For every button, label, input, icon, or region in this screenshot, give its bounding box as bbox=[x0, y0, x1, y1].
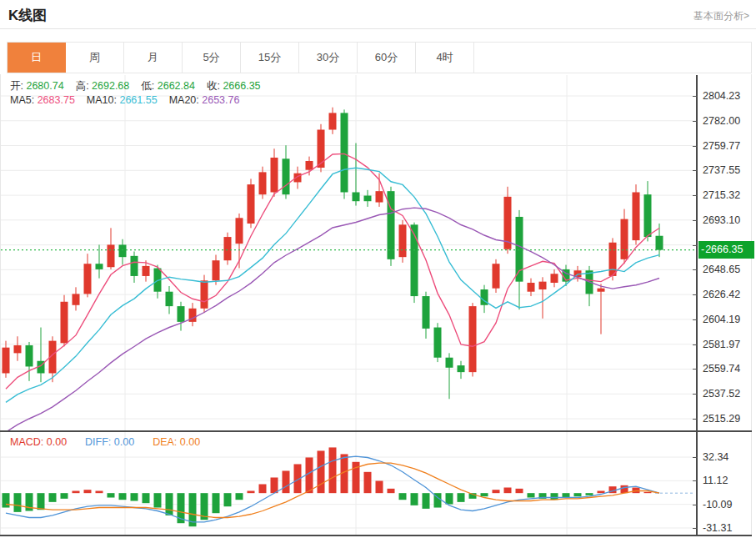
candle-body bbox=[446, 358, 453, 368]
ohlc-value-0: 2680.74 bbox=[26, 80, 63, 92]
macd-hist-bar bbox=[458, 493, 465, 502]
candle-body bbox=[283, 158, 290, 194]
macd-legend-item-1: DIFF: 0.00 bbox=[85, 436, 134, 448]
macd-hist-bar bbox=[306, 457, 313, 493]
candle-body bbox=[458, 365, 465, 372]
candle-body bbox=[329, 113, 337, 129]
candle-body bbox=[96, 264, 103, 269]
fundamental-analysis-link[interactable]: 基本面分析> bbox=[693, 9, 749, 23]
candle-body bbox=[516, 217, 523, 282]
price-axis-label-8: 2626.42 bbox=[703, 289, 740, 300]
price-axis-tick-10 bbox=[693, 344, 698, 345]
y-axis-line bbox=[696, 75, 698, 536]
macd-hist-bar bbox=[248, 491, 255, 494]
candle-body bbox=[621, 219, 628, 259]
candlestick-chart[interactable] bbox=[0, 75, 697, 432]
price-axis-label-4: 2715.32 bbox=[703, 189, 740, 201]
chart-right-border bbox=[751, 74, 752, 536]
candle-body bbox=[633, 192, 640, 240]
macd-axis-tick-0 bbox=[693, 457, 698, 458]
macd-hist-bar bbox=[131, 493, 138, 500]
ma-label-2: MA20: bbox=[169, 94, 203, 106]
candle-body bbox=[143, 266, 150, 276]
candle-body bbox=[236, 218, 243, 244]
marker-tick: - bbox=[701, 244, 704, 255]
price-axis-tick-1 bbox=[693, 121, 698, 122]
candle-body bbox=[84, 264, 92, 294]
tab-period-2[interactable]: 月 bbox=[124, 43, 183, 73]
current-price-marker: -2666.35 bbox=[698, 241, 754, 259]
macd-hist-bar bbox=[644, 492, 652, 493]
price-axis-tick-13 bbox=[693, 419, 698, 420]
tab-period-6[interactable]: 60分 bbox=[358, 43, 416, 73]
price-axis-label-10: 2581.97 bbox=[703, 339, 740, 350]
ma-legend: MA5: 2683.75MA10: 2661.55MA20: 2653.76 bbox=[10, 94, 251, 106]
candle-body bbox=[551, 274, 558, 283]
tab-period-4[interactable]: 15分 bbox=[241, 43, 299, 73]
candle-body bbox=[26, 345, 33, 366]
macd-hist-bar bbox=[259, 484, 267, 493]
price-axis-label-3: 2737.55 bbox=[703, 164, 740, 176]
candle-body bbox=[539, 282, 547, 289]
ohlc-label-3: 收: bbox=[207, 80, 223, 92]
candle-body bbox=[271, 158, 278, 193]
ohlc-legend: 开: 2680.74高: 2692.68低: 2662.84收: 2666.35 bbox=[10, 79, 273, 93]
ma-value-2: 2653.76 bbox=[202, 94, 239, 106]
ma5-line bbox=[6, 153, 659, 389]
price-axis-tick-12 bbox=[693, 394, 698, 395]
macd-axis-tick-2 bbox=[693, 505, 698, 505]
candle-body bbox=[493, 264, 500, 288]
macd-axis-label-2: -10.09 bbox=[703, 499, 732, 510]
price-axis-label-1: 2782.00 bbox=[703, 115, 740, 127]
macd-hist-bar bbox=[329, 447, 337, 493]
price-axis-tick-4 bbox=[693, 195, 698, 196]
macd-hist-bar bbox=[96, 491, 103, 494]
candle-body bbox=[73, 294, 80, 304]
price-axis-tick-8 bbox=[693, 294, 698, 295]
macd-hist-bar bbox=[271, 477, 278, 493]
candle-body bbox=[201, 280, 208, 308]
macd-hist-bar bbox=[388, 489, 395, 493]
macd-hist-bar bbox=[283, 470, 290, 493]
period-tabbar: 日周月5分15分30分60分4时 bbox=[7, 42, 752, 73]
ohlc-label-1: 高: bbox=[76, 80, 92, 92]
macd-hist-bar bbox=[504, 488, 512, 494]
tab-period-7[interactable]: 4时 bbox=[416, 43, 474, 73]
ma-value-0: 2683.75 bbox=[38, 94, 75, 106]
macd-legend-item-2: DEA: 0.00 bbox=[153, 436, 200, 448]
macd-hist-bar bbox=[61, 493, 68, 499]
price-axis-tick-11 bbox=[693, 369, 698, 370]
macd-hist-bar bbox=[364, 472, 372, 493]
tab-period-1[interactable]: 周 bbox=[66, 43, 124, 73]
tab-period-0[interactable]: 日 bbox=[8, 43, 66, 73]
candle-body bbox=[364, 196, 372, 202]
macd-hist-bar bbox=[376, 480, 383, 493]
price-axis-label-0: 2804.23 bbox=[703, 90, 740, 102]
candle-body bbox=[656, 236, 663, 250]
ma-label-0: MA5: bbox=[10, 94, 38, 106]
candle-body bbox=[469, 306, 477, 372]
candle-body bbox=[259, 172, 267, 194]
price-axis-tick-9 bbox=[693, 319, 698, 320]
macd-hist-bar bbox=[399, 493, 407, 500]
price-axis-label-5: 2693.10 bbox=[703, 214, 740, 226]
candle-body bbox=[213, 260, 220, 280]
macd-hist-bar bbox=[633, 488, 640, 494]
tab-period-3[interactable]: 5分 bbox=[183, 43, 241, 73]
macd-hist-bar bbox=[598, 491, 605, 494]
macd-hist-bar bbox=[621, 485, 628, 493]
ma20-line bbox=[6, 208, 659, 432]
macd-axis-tick-1 bbox=[693, 480, 698, 481]
macd-hist-bar bbox=[108, 493, 115, 497]
price-axis-label-12: 2537.52 bbox=[703, 388, 740, 400]
candle-body bbox=[14, 345, 22, 353]
candle-body bbox=[224, 237, 232, 260]
macd-hist-bar bbox=[38, 493, 45, 510]
macd-hist-bar bbox=[574, 493, 582, 496]
price-axis-label-11: 2559.74 bbox=[703, 363, 740, 375]
macd-hist-bar bbox=[224, 493, 232, 506]
macd-hist-bar bbox=[73, 491, 80, 494]
macd-hist-bar bbox=[423, 493, 430, 509]
tab-period-5[interactable]: 30分 bbox=[299, 43, 358, 73]
candle-body bbox=[528, 283, 535, 292]
